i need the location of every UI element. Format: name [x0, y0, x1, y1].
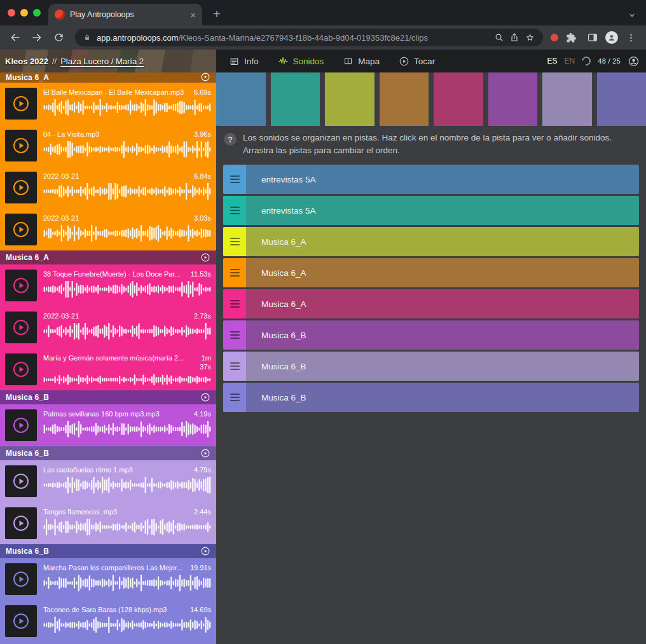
track-drag-handle[interactable] — [223, 352, 246, 381]
clip-waveform[interactable] — [43, 225, 211, 242]
track-name[interactable]: Musica 6_B — [246, 320, 306, 350]
track-drag-handle[interactable] — [223, 196, 246, 225]
section-header[interactable]: Musica 6_A — [0, 72, 216, 83]
clip-play-button[interactable] — [5, 605, 37, 637]
lang-en-button[interactable]: EN — [565, 57, 575, 65]
tab-info[interactable]: Info — [229, 56, 259, 67]
browser-profile-avatar[interactable] — [605, 31, 618, 44]
track-color-swatch[interactable] — [542, 72, 592, 126]
tab-mapa[interactable]: Mapa — [343, 56, 380, 67]
zoom-icon[interactable] — [494, 32, 504, 43]
tab-sonidos[interactable]: Sonidos — [278, 56, 324, 67]
new-tab-button[interactable]: + — [209, 6, 225, 22]
tab-tocar[interactable]: Tocar — [399, 56, 435, 67]
clip-waveform[interactable] — [43, 374, 211, 386]
clip: 2022-03-212.73s — [0, 306, 216, 348]
extensions-puzzle-icon[interactable] — [562, 29, 580, 46]
tab-search-chevron-icon[interactable] — [627, 10, 637, 20]
zoom-window-button[interactable] — [33, 9, 41, 17]
clip-play-button[interactable] — [5, 88, 37, 120]
track-row[interactable]: Musica 6_B — [223, 383, 639, 412]
track-row[interactable]: Musica 6_A — [223, 227, 639, 256]
account-person-icon[interactable] — [628, 55, 640, 67]
track-row[interactable]: entrevistas 5A — [223, 196, 639, 225]
lang-es-button[interactable]: ES — [547, 57, 558, 65]
clip-play-button[interactable] — [5, 507, 37, 539]
browser-tab[interactable]: Play Antropoloops × — [48, 4, 202, 25]
tab-close-icon[interactable]: × — [190, 10, 196, 20]
track-name[interactable]: Musica 6_B — [246, 352, 306, 381]
recording-extension-icon[interactable] — [551, 34, 558, 41]
reload-button[interactable] — [50, 29, 67, 46]
clip-waveform[interactable] — [43, 477, 211, 493]
track-drag-handle[interactable] — [223, 320, 246, 350]
clip-waveform[interactable] — [43, 421, 211, 437]
clip-waveform[interactable] — [43, 281, 211, 298]
track-row[interactable]: entrevistas 5A — [223, 165, 639, 194]
section-play-icon[interactable] — [200, 72, 210, 82]
clip-waveform[interactable] — [43, 183, 211, 200]
section-play-icon[interactable] — [200, 546, 210, 556]
clip-play-button[interactable] — [5, 214, 37, 245]
track-color-swatch[interactable] — [216, 72, 266, 126]
track-row[interactable]: Musica 6_A — [223, 289, 639, 319]
section-play-icon[interactable] — [200, 448, 210, 458]
track-section: Musica 6_B Las castañuelas ritmo 1.mp34.… — [0, 446, 216, 544]
address-bar[interactable]: app.antropoloops.com/Kleos-Santa-Marina/… — [75, 29, 543, 46]
clip-play-button[interactable] — [5, 409, 37, 441]
track-color-swatch[interactable] — [271, 72, 320, 126]
track-row[interactable]: Musica 6_B — [223, 352, 639, 381]
close-window-button[interactable] — [8, 9, 15, 17]
track-name[interactable]: Musica 6_A — [246, 258, 306, 287]
track-color-swatch[interactable] — [380, 72, 429, 126]
track-name[interactable]: entrevistas 5A — [246, 196, 316, 225]
track-drag-handle[interactable] — [223, 383, 246, 412]
track-color-swatch[interactable] — [434, 72, 483, 126]
secure-lock-icon[interactable] — [83, 33, 92, 42]
track-drag-handle[interactable] — [223, 289, 246, 319]
clip-waveform[interactable] — [43, 617, 211, 633]
clip-waveform[interactable] — [43, 141, 211, 158]
track-name[interactable]: entrevistas 5A — [246, 165, 316, 194]
track-color-swatch[interactable] — [488, 72, 538, 126]
minimize-window-button[interactable] — [20, 9, 28, 17]
track-drag-handle[interactable] — [223, 258, 246, 287]
clip-play-button[interactable] — [5, 270, 37, 301]
clip-waveform[interactable] — [43, 323, 211, 339]
breadcrumb-page[interactable]: Plaza Lucero / María 2 — [60, 57, 144, 66]
share-icon[interactable] — [509, 32, 519, 43]
section-header[interactable]: Musica 6_A — [0, 250, 216, 264]
breadcrumb[interactable]: Kleos 2022 // Plaza Lucero / María 2 — [0, 50, 216, 72]
track-name[interactable]: Musica 6_A — [246, 289, 306, 319]
browser-menu-icon[interactable] — [622, 29, 640, 46]
section-play-icon[interactable] — [200, 392, 210, 402]
section-header[interactable]: Musica 6_B — [0, 446, 216, 460]
clip-play-button[interactable] — [5, 465, 37, 497]
track-name[interactable]: Musica 6_A — [246, 227, 306, 256]
back-button[interactable] — [6, 29, 24, 46]
clip-waveform[interactable] — [43, 519, 211, 535]
track-drag-handle[interactable] — [223, 227, 246, 256]
clip-play-button[interactable] — [5, 130, 37, 161]
clip-waveform[interactable] — [43, 575, 211, 591]
forward-button[interactable] — [28, 29, 46, 46]
track-drag-handle[interactable] — [223, 165, 246, 194]
bookmark-star-icon[interactable] — [525, 32, 535, 43]
clip-play-button[interactable] — [5, 563, 37, 595]
breadcrumb-project[interactable]: Kleos 2022 — [5, 57, 48, 66]
track-row[interactable]: Musica 6_A — [223, 258, 639, 287]
track-color-swatch[interactable] — [325, 72, 375, 126]
clip-waveform[interactable] — [43, 99, 211, 116]
track-name[interactable]: Musica 6_B — [246, 383, 306, 412]
track-row[interactable]: Musica 6_B — [223, 320, 639, 350]
section-header[interactable]: Musica 6_B — [0, 544, 216, 558]
track-color-swatch[interactable] — [597, 72, 646, 126]
clip-play-button[interactable] — [5, 312, 37, 343]
clip-play-button[interactable] — [5, 353, 37, 385]
side-panel-icon[interactable] — [584, 29, 601, 46]
clip-play-button[interactable] — [5, 172, 37, 203]
section-play-icon[interactable] — [200, 252, 210, 263]
tab-info-label: Info — [244, 57, 259, 66]
section-header[interactable]: Musica 6_B — [0, 390, 216, 404]
url-text[interactable]: app.antropoloops.com/Kleos-Santa-Marina/… — [97, 33, 489, 43]
